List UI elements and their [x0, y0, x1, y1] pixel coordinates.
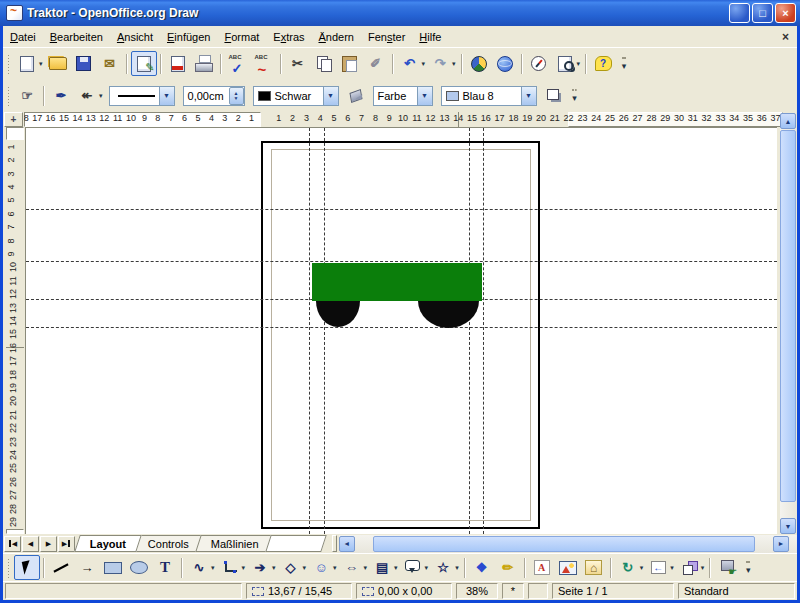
- menu-datei[interactable]: Datei: [3, 28, 43, 46]
- status-position-cell[interactable]: 13,67 / 15,45: [246, 583, 352, 599]
- gallery-button[interactable]: [492, 51, 518, 76]
- last-page-button[interactable]: ▶: [58, 536, 75, 552]
- new-document-button[interactable]: ▾: [14, 51, 45, 76]
- vertical-scroll-thumb[interactable]: [780, 130, 796, 502]
- export-pdf-button[interactable]: [165, 51, 191, 76]
- vertical-guide-line[interactable]: [324, 128, 325, 534]
- tab-controls[interactable]: Controls: [132, 535, 204, 552]
- line-style-select[interactable]: ▼: [109, 86, 175, 106]
- cut-button[interactable]: ✂: [285, 51, 311, 76]
- help-button[interactable]: [590, 51, 616, 76]
- scroll-down-button[interactable]: ▼: [780, 518, 796, 534]
- zoom-button[interactable]: ▾: [552, 51, 583, 76]
- dropdown-arrow-icon[interactable]: ▾: [364, 564, 368, 572]
- copy-button[interactable]: [311, 51, 337, 76]
- scroll-right-button[interactable]: ►: [773, 536, 789, 552]
- line-width-input[interactable]: 0,00cm ▲▼: [183, 86, 245, 106]
- navigator-button[interactable]: [526, 51, 552, 76]
- rectangle-button[interactable]: [100, 555, 126, 580]
- combo-dropdown-icon[interactable]: ▼: [521, 87, 536, 105]
- line-dialog-button[interactable]: ✒: [48, 83, 74, 108]
- send-email-button[interactable]: ✉: [97, 51, 123, 76]
- close-button[interactable]: ×: [775, 3, 796, 23]
- toolbar-grip[interactable]: [7, 86, 10, 106]
- tab-maßlinien[interactable]: Maßlinien: [195, 535, 274, 552]
- fontwork-gallery-button[interactable]: [529, 555, 555, 580]
- vertical-ruler[interactable]: 1234567891011121314151617181920212223242…: [6, 127, 24, 534]
- dropdown-arrow-icon[interactable]: ▾: [394, 564, 398, 572]
- vertical-guide-line[interactable]: [309, 128, 310, 534]
- horizontal-scrollbar[interactable]: ◄ ►: [339, 535, 797, 553]
- text-button[interactable]: T: [152, 555, 178, 580]
- dropdown-arrow-icon[interactable]: ▾: [39, 60, 43, 68]
- horizontal-guide-line[interactable]: [26, 327, 777, 328]
- toolbar-options-button[interactable]: [740, 555, 756, 580]
- basic-shapes-button[interactable]: ◇▾: [278, 555, 309, 580]
- interaction-button[interactable]: [714, 555, 740, 580]
- maximize-button[interactable]: □: [752, 3, 773, 23]
- toolbar-grip[interactable]: [7, 558, 10, 578]
- dropdown-arrow-icon[interactable]: ▾: [640, 564, 644, 572]
- vertical-guide-line[interactable]: [469, 128, 470, 534]
- line-button[interactable]: [48, 555, 74, 580]
- horizontal-scroll-thumb[interactable]: [373, 536, 755, 552]
- menu-bearbeiten[interactable]: Bearbeiten: [43, 28, 110, 46]
- alignment-button[interactable]: ▾: [645, 555, 676, 580]
- dropdown-arrow-icon[interactable]: ▾: [701, 564, 705, 572]
- auto-spellcheck-button[interactable]: [251, 51, 277, 76]
- ellipse-button[interactable]: [126, 555, 152, 580]
- edit-file-button[interactable]: [131, 51, 157, 76]
- redo-button[interactable]: ↷▾: [427, 51, 458, 76]
- glue-points-button[interactable]: ✏: [495, 555, 521, 580]
- previous-page-button[interactable]: ◀: [22, 536, 39, 552]
- star-shapes-button[interactable]: ☆▾: [430, 555, 461, 580]
- dropdown-arrow-icon[interactable]: ▾: [455, 564, 459, 572]
- scroll-left-button[interactable]: ◄: [339, 536, 355, 552]
- menu-format[interactable]: Format: [217, 28, 266, 46]
- page-area[interactable]: [261, 141, 540, 529]
- arrange-button[interactable]: ▾: [676, 555, 707, 580]
- title-bar[interactable]: Traktor - OpenOffice.org Draw _ □ ×: [0, 0, 800, 26]
- dropdown-arrow-icon[interactable]: ▾: [425, 564, 429, 572]
- spellcheck-button[interactable]: [225, 51, 251, 76]
- horizontal-guide-line[interactable]: [26, 261, 777, 262]
- rotate-button[interactable]: ↻▾: [615, 555, 646, 580]
- fill-style-select[interactable]: Farbe ▼: [373, 86, 433, 106]
- menu-extras[interactable]: Extras: [266, 28, 311, 46]
- menu-ansicht[interactable]: Ansicht: [110, 28, 160, 46]
- ruler-corner-button[interactable]: +: [4, 112, 23, 127]
- combo-dropdown-icon[interactable]: ▼: [417, 87, 432, 105]
- status-zoom-cell[interactable]: 38%: [456, 583, 498, 599]
- status-size-cell[interactable]: 0,00 x 0,00: [356, 583, 452, 599]
- combo-dropdown-icon[interactable]: ▼: [323, 87, 338, 105]
- next-page-button[interactable]: ▶: [40, 536, 57, 552]
- dropdown-arrow-icon[interactable]: ▾: [452, 60, 456, 68]
- menu-einfügen[interactable]: Einfügen: [160, 28, 217, 46]
- format-paintbrush-button[interactable]: ✐: [363, 51, 389, 76]
- menu-hilfe[interactable]: Hilfe: [412, 28, 448, 46]
- shadow-button[interactable]: [541, 83, 567, 108]
- flowchart-shapes-button[interactable]: ▤▾: [369, 555, 400, 580]
- vertical-scrollbar[interactable]: ▲ ▼: [780, 113, 796, 534]
- print-file-button[interactable]: [191, 51, 217, 76]
- callout-shapes-button[interactable]: ▾: [400, 555, 431, 580]
- status-page-cell[interactable]: Seite 1 / 1: [552, 583, 674, 599]
- arrow-style-button[interactable]: ↞▾: [74, 83, 105, 108]
- horizontal-guide-line[interactable]: [26, 209, 777, 210]
- menu-fenster[interactable]: Fenster: [361, 28, 412, 46]
- dropdown-arrow-icon[interactable]: ▾: [333, 564, 337, 572]
- fill-dialog-button[interactable]: [343, 83, 369, 108]
- edit-points-button[interactable]: ❖: [469, 555, 495, 580]
- trailer-body-rect[interactable]: [312, 263, 482, 301]
- spinner-icon[interactable]: ▲▼: [229, 87, 244, 105]
- dropdown-arrow-icon[interactable]: ▾: [211, 564, 215, 572]
- dropdown-arrow-icon[interactable]: ▾: [303, 564, 307, 572]
- drawing-canvas[interactable]: [25, 127, 777, 534]
- scroll-up-button[interactable]: ▲: [780, 113, 796, 129]
- line-color-select[interactable]: Schwar ▼: [253, 86, 339, 106]
- first-page-button[interactable]: ◀: [4, 536, 21, 552]
- tab-scrollbar-splitter[interactable]: [332, 535, 337, 552]
- open-document-button[interactable]: [45, 51, 71, 76]
- status-style-cell[interactable]: Standard: [678, 583, 795, 599]
- fill-color-select[interactable]: Blau 8 ▼: [441, 86, 537, 106]
